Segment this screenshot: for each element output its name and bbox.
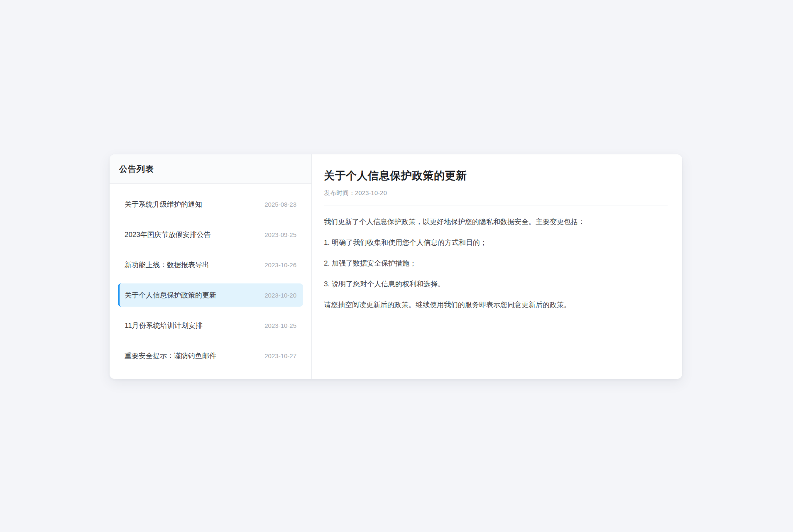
detail-paragraph: 1. 明确了我们收集和使用您个人信息的方式和目的；: [324, 237, 668, 248]
announcement-item-title: 11月份系统培训计划安排: [125, 321, 203, 330]
announcement-list-item-4[interactable]: 11月份系统培训计划安排 2023-10-25: [118, 314, 303, 337]
detail-divider: [324, 205, 668, 205]
announcement-item-date: 2025-08-23: [264, 201, 296, 208]
announcement-detail: 关于个人信息保护政策的更新 发布时间：2023-10-20 我们更新了个人信息保…: [312, 154, 682, 379]
announcement-item-date: 2023-09-25: [264, 231, 296, 238]
sidebar-header: 公告列表: [110, 154, 311, 184]
detail-paragraph: 2. 加强了数据安全保护措施；: [324, 258, 668, 268]
publish-date-value: 2023-10-20: [355, 189, 387, 196]
announcement-item-date: 2023-10-20: [264, 292, 296, 299]
announcement-item-title: 新功能上线：数据报表导出: [125, 260, 209, 270]
announcement-item-title: 关于个人信息保护政策的更新: [125, 290, 216, 300]
announcement-item-title: 重要安全提示：谨防钓鱼邮件: [125, 351, 216, 361]
announcement-list-item-2[interactable]: 新功能上线：数据报表导出 2023-10-26: [118, 253, 303, 276]
publish-date-label: 发布时间：: [324, 189, 355, 196]
detail-title: 关于个人信息保护政策的更新: [324, 168, 668, 183]
announcement-item-date: 2023-10-26: [264, 261, 296, 268]
announcement-list-item-1[interactable]: 2023年国庆节放假安排公告 2023-09-25: [118, 223, 303, 246]
announcement-list-item-5[interactable]: 重要安全提示：谨防钓鱼邮件 2023-10-27: [118, 344, 303, 367]
publish-date: 发布时间：2023-10-20: [324, 189, 668, 197]
announcement-list-item-0[interactable]: 关于系统升级维护的通知 2025-08-23: [118, 193, 303, 216]
announcement-item-title: 关于系统升级维护的通知: [125, 200, 202, 209]
detail-paragraph: 请您抽空阅读更新后的政策。继续使用我们的服务即表示您同意更新后的政策。: [324, 300, 668, 310]
announcement-sidebar: 公告列表 关于系统升级维护的通知 2025-08-23 2023年国庆节放假安排…: [110, 154, 312, 379]
detail-paragraph: 3. 说明了您对个人信息的权利和选择。: [324, 279, 668, 289]
announcement-item-date: 2023-10-27: [264, 352, 296, 359]
detail-paragraph: 我们更新了个人信息保护政策，以更好地保护您的隐私和数据安全。主要变更包括：: [324, 217, 668, 227]
announcement-item-title: 2023年国庆节放假安排公告: [125, 230, 211, 239]
announcement-card: 公告列表 关于系统升级维护的通知 2025-08-23 2023年国庆节放假安排…: [110, 154, 682, 379]
announcement-list: 关于系统升级维护的通知 2025-08-23 2023年国庆节放假安排公告 20…: [110, 184, 311, 374]
announcement-item-date: 2023-10-25: [264, 322, 296, 329]
detail-body: 我们更新了个人信息保护政策，以更好地保护您的隐私和数据安全。主要变更包括：1. …: [324, 217, 668, 310]
sidebar-title: 公告列表: [119, 164, 154, 175]
announcement-list-item-3[interactable]: 关于个人信息保护政策的更新 2023-10-20: [118, 283, 303, 307]
